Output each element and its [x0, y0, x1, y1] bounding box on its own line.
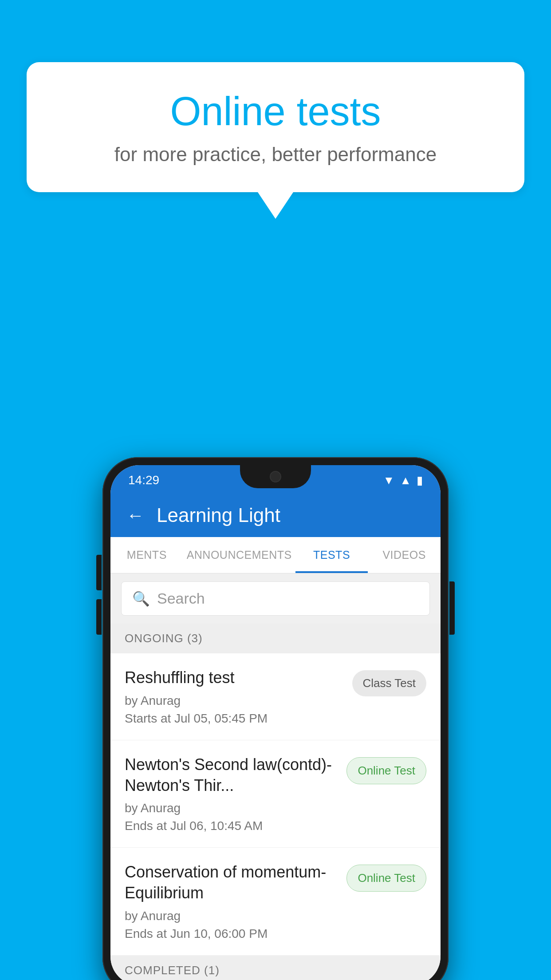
test-info: Newton's Second law(contd)-Newton's Thir…: [125, 755, 346, 834]
test-badge-online: Online Test: [346, 757, 426, 784]
tab-ments[interactable]: MENTS: [110, 537, 183, 573]
completed-section-header: COMPLETED (1): [110, 956, 441, 980]
front-camera: [270, 471, 281, 482]
test-badge-class: Class Test: [352, 670, 426, 696]
tab-videos[interactable]: VIDEOS: [368, 537, 441, 573]
bubble-title: Online tests: [62, 89, 489, 134]
bubble-subtitle: for more practice, better performance: [62, 143, 489, 166]
test-item[interactable]: Conservation of momentum-Equilibrium by …: [110, 848, 441, 956]
bubble-arrow: [258, 192, 293, 219]
speech-bubble-container: Online tests for more practice, better p…: [27, 62, 524, 219]
phone-notch: [240, 465, 311, 488]
search-icon: 🔍: [132, 590, 150, 607]
phone-frame: 14:29 ▼ ▲ ▮ ← Learning Light MENTS ANNOU…: [102, 457, 449, 980]
test-item[interactable]: Reshuffling test by Anurag Starts at Jul…: [110, 653, 441, 740]
back-button[interactable]: ←: [126, 506, 144, 526]
test-time: Starts at Jul 05, 05:45 PM: [125, 711, 343, 726]
search-input[interactable]: Search: [157, 590, 205, 607]
wifi-icon: ▼: [383, 474, 395, 487]
tab-announcements[interactable]: ANNOUNCEMENTS: [183, 537, 295, 573]
test-item[interactable]: Newton's Second law(contd)-Newton's Thir…: [110, 740, 441, 848]
test-name: Conservation of momentum-Equilibrium: [125, 862, 338, 904]
app-header: ← Learning Light: [110, 494, 441, 537]
test-info: Reshuffling test by Anurag Starts at Jul…: [125, 668, 352, 726]
status-time: 14:29: [128, 473, 159, 487]
search-container: 🔍 Search: [110, 573, 441, 624]
tab-tests[interactable]: TESTS: [295, 537, 368, 573]
search-bar[interactable]: 🔍 Search: [121, 581, 430, 616]
signal-icon: ▲: [400, 474, 411, 487]
test-list: Reshuffling test by Anurag Starts at Jul…: [110, 653, 441, 956]
test-name: Reshuffling test: [125, 668, 343, 688]
phone-wrapper: 14:29 ▼ ▲ ▮ ← Learning Light MENTS ANNOU…: [102, 457, 449, 980]
test-author: by Anurag: [125, 801, 338, 815]
app-title: Learning Light: [157, 504, 280, 526]
test-author: by Anurag: [125, 694, 343, 708]
test-badge-online-2: Online Test: [346, 865, 426, 892]
test-info: Conservation of momentum-Equilibrium by …: [125, 862, 346, 941]
ongoing-section-header: ONGOING (3): [110, 624, 441, 653]
test-author: by Anurag: [125, 909, 338, 923]
speech-bubble: Online tests for more practice, better p…: [27, 62, 524, 192]
phone-screen: 14:29 ▼ ▲ ▮ ← Learning Light MENTS ANNOU…: [110, 465, 441, 980]
test-time: Ends at Jun 10, 06:00 PM: [125, 927, 338, 941]
status-icons: ▼ ▲ ▮: [383, 474, 423, 487]
battery-icon: ▮: [417, 474, 423, 487]
test-time: Ends at Jul 06, 10:45 AM: [125, 819, 338, 833]
tabs-container: MENTS ANNOUNCEMENTS TESTS VIDEOS: [110, 537, 441, 573]
test-name: Newton's Second law(contd)-Newton's Thir…: [125, 755, 338, 796]
